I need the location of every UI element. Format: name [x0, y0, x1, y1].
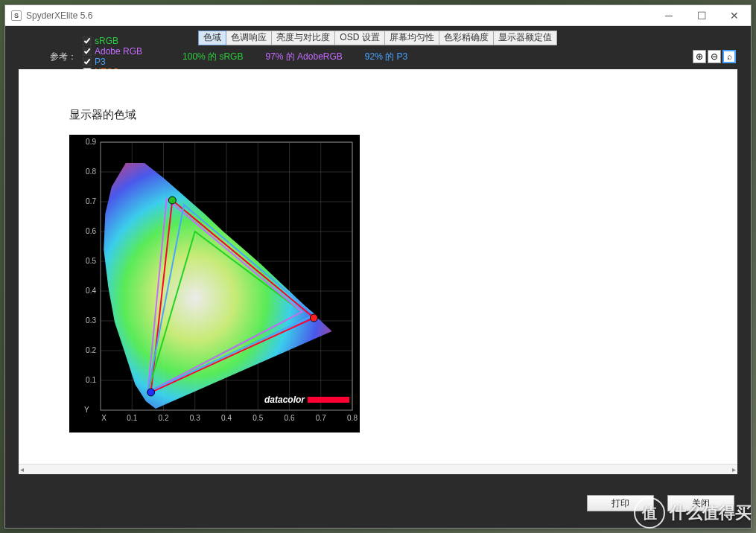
print-button[interactable]: 打印	[587, 495, 654, 511]
svg-text:0.6: 0.6	[285, 414, 295, 422]
svg-text:datacolor: datacolor	[264, 395, 305, 405]
tab-6[interactable]: 显示器额定值	[493, 31, 557, 45]
horizontal-scrollbar[interactable]: ◂▸	[19, 464, 737, 474]
svg-text:0.7: 0.7	[316, 414, 326, 422]
svg-text:0.5: 0.5	[252, 414, 263, 422]
titlebar: S SpyderXElite 5.6 ─ ☐ ✕	[5, 5, 751, 26]
window-title: SpyderXElite 5.6	[26, 10, 652, 21]
ref-name: P3	[95, 57, 106, 67]
svg-text:0.3: 0.3	[86, 316, 96, 325]
svg-text:0.4: 0.4	[86, 287, 96, 295]
svg-point-38	[168, 197, 176, 204]
coverage-readout-2: 92% 的 P3	[365, 51, 407, 62]
coverage-readout-0: 100% 的 sRGB	[182, 51, 243, 62]
tab-1[interactable]: 色调响应	[226, 31, 272, 45]
ref-checkbox-srgb[interactable]: sRGB	[83, 36, 142, 46]
svg-point-37	[310, 314, 317, 322]
reference-label: 参考：	[50, 51, 77, 63]
app-window: S SpyderXElite 5.6 ─ ☐ ✕ 色域色调响应亮度与对比度OSD…	[4, 4, 752, 529]
svg-text:0.1: 0.1	[86, 376, 96, 384]
close-button[interactable]: ✕	[718, 5, 751, 25]
minimize-button[interactable]: ─	[652, 5, 685, 25]
maximize-button[interactable]: ☐	[685, 5, 718, 25]
checkbox-input[interactable]	[83, 47, 92, 56]
svg-text:0.6: 0.6	[86, 227, 96, 235]
tab-4[interactable]: 屏幕均匀性	[384, 31, 439, 45]
close-app-button[interactable]: 关闭	[667, 495, 734, 511]
svg-text:0.8: 0.8	[86, 167, 96, 176]
content-area: 显示器的色域 0.10.20.30.40.50.60.70.80.10.20.3…	[19, 69, 737, 474]
svg-text:0.3: 0.3	[190, 414, 200, 422]
footer: 打印 关闭	[5, 495, 751, 517]
zoom-in-icon[interactable]: ⊕	[693, 50, 706, 63]
svg-point-39	[147, 389, 155, 396]
svg-text:0.2: 0.2	[86, 346, 96, 354]
tab-3[interactable]: OSD 设置	[334, 31, 384, 45]
svg-text:0.7: 0.7	[86, 197, 96, 205]
ref-checkbox-p3[interactable]: P3	[83, 57, 142, 67]
checkbox-input[interactable]	[83, 36, 92, 45]
app-body: 色域色调响应亮度与对比度OSD 设置屏幕均匀性色彩精确度显示器额定值 参考： s…	[5, 26, 751, 528]
svg-text:0.5: 0.5	[86, 257, 96, 265]
app-icon: S	[11, 10, 22, 21]
checkbox-input[interactable]	[83, 57, 92, 66]
ref-name: sRGB	[95, 36, 118, 46]
gamut-chart: 0.10.20.30.40.50.60.70.80.10.20.30.40.50…	[69, 135, 360, 433]
zoom-fit-icon[interactable]: ⌕	[722, 50, 736, 63]
tab-0[interactable]: 色域	[198, 31, 226, 45]
ref-checkbox-adobergb[interactable]: Adobe RGB	[83, 46, 142, 57]
svg-text:0.8: 0.8	[347, 414, 358, 422]
svg-text:Y: Y	[84, 406, 89, 414]
ref-name: Adobe RGB	[95, 46, 142, 57]
svg-text:0.2: 0.2	[159, 414, 169, 422]
section-title: 显示器的色域	[69, 108, 136, 122]
tab-2[interactable]: 亮度与对比度	[271, 31, 335, 45]
zoom-controls: ⊕ ⊖ ⌕	[693, 50, 736, 63]
svg-text:X: X	[101, 414, 107, 422]
reference-row: 参考： sRGBAdobe RGBP3NTSC 100% 的 sRGB97% 的…	[5, 45, 751, 68]
coverage-readout-1: 97% 的 AdobeRGB	[265, 51, 342, 62]
svg-text:0.1: 0.1	[127, 414, 137, 422]
svg-text:0.4: 0.4	[221, 414, 232, 422]
svg-rect-40	[308, 397, 349, 403]
tab-5[interactable]: 色彩精确度	[439, 31, 494, 45]
svg-text:0.9: 0.9	[86, 138, 96, 146]
zoom-out-icon[interactable]: ⊖	[708, 50, 721, 63]
